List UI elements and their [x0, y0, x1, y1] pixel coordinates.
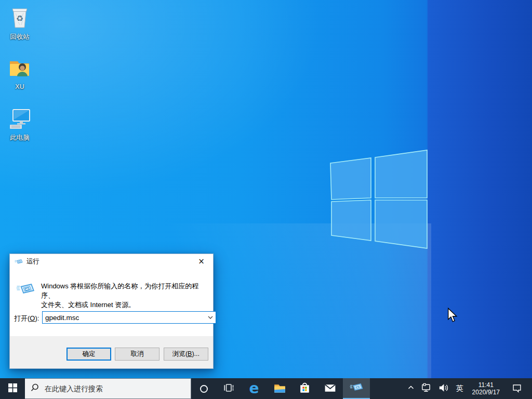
run-body-icon — [16, 280, 35, 301]
close-icon[interactable]: × — [190, 254, 213, 269]
taskbar-spacer — [370, 378, 405, 399]
desktop-icon-label: XU — [0, 83, 39, 90]
run-dialog-icon — [15, 258, 23, 266]
run-app-icon — [350, 381, 363, 396]
taskbar-search-box[interactable] — [25, 378, 191, 399]
network-ethernet-icon — [421, 382, 432, 395]
windows-start-icon — [8, 383, 17, 394]
ok-button[interactable]: 确定 — [66, 348, 111, 361]
speaker-icon — [438, 382, 449, 395]
search-icon — [30, 383, 39, 394]
run-dialog: 运行 × Windows 将根据你所输入的名称，为你打开相应的程序、 文件夹、文… — [9, 254, 214, 369]
desktop-icon-user-folder[interactable]: XU — [0, 55, 39, 90]
tray-time: 11:41 — [478, 381, 494, 389]
open-combobox — [42, 311, 216, 324]
desktop-icon-label: 回收站 — [0, 33, 39, 41]
chevron-up-icon — [407, 384, 415, 393]
file-explorer-icon — [273, 381, 287, 397]
run-dialog-title: 运行 — [26, 257, 39, 266]
store-icon — [298, 381, 312, 397]
user-folder-icon — [0, 55, 39, 82]
chevron-down-icon[interactable] — [205, 312, 216, 323]
description-line2: 文件夹、文档或 Internet 资源。 — [41, 301, 135, 309]
description-line1: Windows 将根据你所输入的名称，为你打开相应的程序、 — [41, 282, 198, 299]
task-view-icon — [222, 381, 235, 396]
desktop-icon-this-pc[interactable]: 此电脑 — [0, 106, 39, 141]
windows-logo-wallpaper — [327, 148, 431, 252]
taskbar: e — [0, 378, 532, 399]
tray-ime-indicator[interactable]: 英 — [453, 378, 467, 399]
tray-clock[interactable]: 11:41 2020/9/17 — [468, 378, 504, 399]
tray-date: 2020/9/17 — [472, 389, 500, 396]
search-input[interactable] — [45, 384, 185, 393]
svg-text:♻: ♻ — [16, 14, 23, 23]
desktop-icon-recycle-bin[interactable]: ♻ 回收站 — [0, 5, 39, 41]
action-center-button[interactable] — [505, 378, 529, 399]
tray-volume-button[interactable] — [435, 378, 451, 399]
tray-network-button[interactable] — [418, 378, 434, 399]
run-dialog-description: Windows 将根据你所输入的名称，为你打开相应的程序、 文件夹、文档或 In… — [41, 282, 207, 310]
tray-show-hidden-icons-button[interactable] — [405, 378, 417, 399]
recycle-bin-icon: ♻ — [0, 5, 39, 32]
cancel-button[interactable]: 取消 — [115, 348, 159, 361]
task-view-button[interactable] — [216, 378, 241, 399]
desktop-icon-label: 此电脑 — [0, 134, 39, 141]
edge-icon: e — [249, 381, 259, 396]
cortana-button[interactable] — [191, 378, 216, 399]
browse-button[interactable]: 浏览(B)... — [164, 348, 208, 361]
start-button[interactable] — [0, 378, 25, 399]
run-dialog-titlebar[interactable]: 运行 — [10, 254, 213, 269]
mail-icon — [323, 381, 337, 397]
mail-button[interactable] — [317, 378, 343, 399]
edge-button[interactable]: e — [241, 378, 267, 399]
store-button[interactable] — [292, 378, 317, 399]
open-field-label: 打开(O): — [14, 314, 39, 323]
system-tray: 英 11:41 2020/9/17 — [405, 378, 532, 399]
taskbar-run-app-button[interactable] — [343, 378, 370, 399]
cortana-icon — [200, 385, 208, 393]
this-pc-icon — [0, 106, 39, 133]
open-input[interactable] — [43, 312, 205, 323]
file-explorer-button[interactable] — [267, 378, 292, 399]
action-center-icon — [511, 382, 523, 395]
